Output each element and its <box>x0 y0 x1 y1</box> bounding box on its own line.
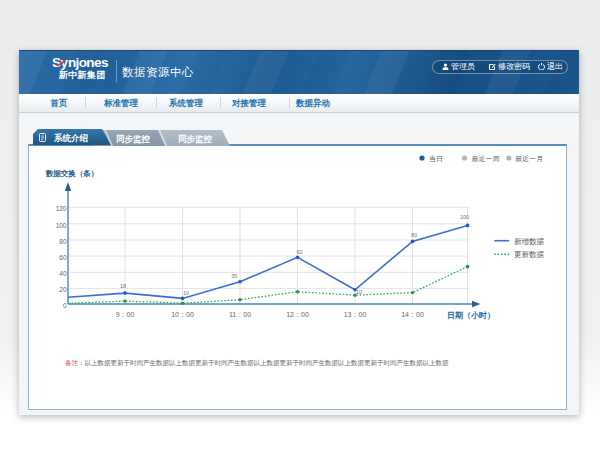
svg-text:18: 18 <box>120 283 126 289</box>
svg-text:日期（小时）: 日期（小时） <box>447 311 495 320</box>
svg-text:80: 80 <box>411 232 417 238</box>
svg-text:最近一月: 最近一月 <box>515 155 543 163</box>
svg-text:11：00: 11：00 <box>229 311 251 318</box>
svg-text:14：00: 14：00 <box>401 311 424 318</box>
svg-text:60: 60 <box>59 254 67 261</box>
svg-text:新增数据: 新增数据 <box>514 237 545 246</box>
svg-text:当日: 当日 <box>429 155 443 163</box>
svg-text:10：00: 10：00 <box>171 311 194 318</box>
svg-text:9：00: 9：00 <box>116 311 135 318</box>
svg-text:20: 20 <box>59 286 67 293</box>
svg-text:80: 80 <box>59 238 67 245</box>
svg-text:更新数据: 更新数据 <box>514 250 545 259</box>
svg-text:120: 120 <box>56 205 67 212</box>
svg-text:60: 60 <box>296 249 302 255</box>
svg-text:12：00: 12：00 <box>286 311 309 318</box>
svg-text:13：00: 13：00 <box>344 311 367 318</box>
svg-text:100: 100 <box>56 222 67 229</box>
svg-text:0: 0 <box>63 302 67 309</box>
svg-text:100: 100 <box>460 214 469 220</box>
svg-text:数据交换（条）: 数据交换（条） <box>45 169 99 178</box>
svg-text:35: 35 <box>231 273 237 279</box>
svg-text:10: 10 <box>183 290 189 296</box>
svg-text:10: 10 <box>356 289 362 295</box>
svg-text:备注：以上数据更新于时间产生数据以上数据更新于时间产生数据以: 备注：以上数据更新于时间产生数据以上数据更新于时间产生数据以上数据更新于时间产生… <box>65 359 449 367</box>
svg-text:最近一周: 最近一周 <box>472 155 500 162</box>
svg-text:40: 40 <box>59 270 67 277</box>
